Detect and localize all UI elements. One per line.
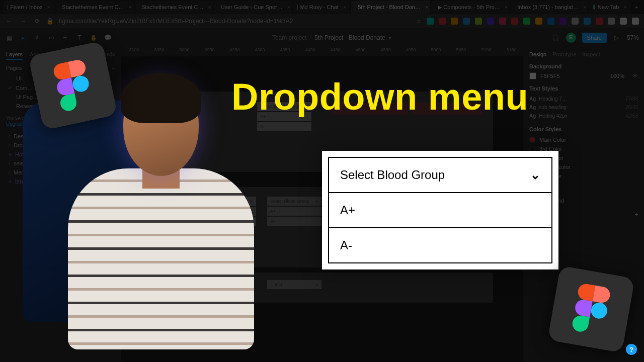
close-icon[interactable]: ×	[343, 4, 346, 10]
text-style-item[interactable]: Agsub heading26/40	[529, 103, 638, 112]
mini-dropdown-district[interactable]: …trict∨	[267, 280, 322, 290]
reload-icon[interactable]: ⟳	[33, 17, 41, 25]
color-style-item[interactable]: Main Color	[529, 135, 638, 144]
frame-icon: ♯	[8, 170, 11, 175]
extension-icon[interactable]	[632, 18, 639, 25]
close-icon[interactable]: ×	[505, 4, 508, 10]
extension-icon[interactable]	[559, 18, 567, 25]
tab-design[interactable]: Design	[529, 51, 546, 57]
dropdown-option[interactable]: A-	[329, 228, 551, 262]
move-tool-icon[interactable]: ▸	[19, 34, 27, 42]
close-icon[interactable]: ×	[208, 4, 211, 10]
extension-icon[interactable]	[451, 18, 458, 25]
close-icon[interactable]: ×	[47, 4, 50, 10]
rect-tool-icon[interactable]: ▭	[47, 34, 55, 42]
tab-inspect[interactable]: Inspect	[582, 51, 600, 57]
text-tool-icon[interactable]: T	[75, 34, 84, 42]
dropdown-option[interactable]: A+	[329, 193, 551, 228]
browser-tab[interactable]: Fiverr / Inbox×	[3, 1, 54, 14]
extension-icon[interactable]	[523, 18, 530, 25]
hand-tool-icon[interactable]: ✋	[90, 34, 98, 42]
extension-icon[interactable]	[596, 18, 603, 25]
browser-tab[interactable]: Stachethemes Event C…×	[135, 1, 213, 14]
present-icon[interactable]: ▷	[613, 34, 621, 42]
file-name[interactable]: 5th Project - Blood Donate	[314, 34, 385, 41]
extension-icon[interactable]	[463, 18, 470, 25]
chevron-down-icon: ⌄	[530, 168, 540, 182]
section-background: Background	[529, 63, 638, 69]
close-icon[interactable]: ×	[583, 4, 586, 10]
help-button[interactable]: ?	[626, 344, 637, 355]
browser-tab[interactable]: ▶ Componets - 5th Pro…×	[431, 1, 510, 14]
close-icon[interactable]: ×	[287, 4, 290, 10]
bg-hex[interactable]: F5F5F5	[540, 73, 560, 79]
browser-tab[interactable]: 5th Project - Blood Don…×	[351, 1, 430, 14]
frame-icon: ♯	[8, 134, 11, 139]
browser-tab[interactable]: User Guide ‹ Cue Spor…×	[214, 1, 292, 14]
extension-icon[interactable]	[439, 18, 446, 25]
close-icon[interactable]: ×	[623, 4, 626, 10]
star-icon[interactable]: ☆	[416, 18, 422, 25]
text-style-item[interactable]: AgHeding 42px42/53	[529, 112, 638, 120]
forward-icon[interactable]: →	[19, 17, 27, 25]
url-text[interactable]: figma.com/file/YekRgUwVZin2IBFx1rMGEl/5t…	[59, 18, 293, 25]
extension-icon[interactable]	[535, 18, 542, 25]
close-icon[interactable]: ×	[425, 4, 428, 10]
extension-icon[interactable]	[584, 18, 591, 25]
mini-dropdown-item[interactable]: A-	[267, 216, 322, 226]
bg-swatch[interactable]	[529, 72, 536, 79]
new-tab-button[interactable]: +	[632, 2, 641, 12]
dropdown-option-label: A-	[340, 238, 352, 252]
browser-tab[interactable]: Inbox (3,771) - banglat…×	[511, 1, 588, 14]
close-icon[interactable]: ×	[129, 4, 132, 10]
extension-icon[interactable]	[427, 18, 434, 25]
mini-dropdown-header[interactable]: Select Blood Group∨	[267, 196, 322, 206]
avatar[interactable]: E	[566, 33, 576, 43]
text-style-item[interactable]: AgHeading 7…77/88	[529, 95, 638, 103]
figma-logo-badge	[28, 41, 118, 130]
ruler: -3100-3050-3000-2950-4250-4300-4350-4400…	[121, 47, 523, 56]
mini-dropdown-item[interactable]: A-	[257, 122, 312, 132]
extension-icon[interactable]	[475, 18, 482, 25]
frame-icon: ♯	[8, 143, 11, 148]
extension-icon[interactable]	[487, 18, 494, 25]
comment-tool-icon[interactable]: 💬	[104, 34, 112, 42]
component-icon: ✦	[8, 179, 12, 185]
section-color-styles: Color Styles	[529, 126, 638, 132]
dropdown-option-label: A+	[340, 203, 355, 217]
figma-menu-icon[interactable]: ▦	[5, 34, 13, 42]
team-name[interactable]: Team project	[272, 34, 307, 41]
dropdown-header[interactable]: Select Blood Group ⌄	[329, 158, 551, 193]
extension-icon[interactable]	[511, 18, 518, 25]
browser-tab-strip: Fiverr / Inbox×Stachethemes Event C…×Sta…	[0, 0, 644, 14]
browser-address-bar: ← → ⟳ 🔒 figma.com/file/YekRgUwVZin2IBFx1…	[0, 14, 644, 28]
browser-tab[interactable]: New Tab×	[589, 1, 630, 14]
mini-dropdown-item[interactable]: A+	[267, 206, 322, 216]
headphones-icon[interactable]: 🎧	[552, 34, 560, 42]
dropdown-header-label: Select Blood Group	[340, 168, 445, 182]
extension-icon[interactable]	[572, 18, 579, 25]
tab-prototype[interactable]: Prototype	[552, 51, 576, 57]
browser-tab[interactable]: Stachethemes Event C…×	[55, 1, 134, 14]
figma-logo-badge	[547, 265, 635, 353]
dropdown-demo-card: Select Blood Group ⌄ A+ A-	[322, 151, 558, 269]
bg-opacity[interactable]: 100%	[610, 73, 624, 79]
add-export-button[interactable]: +	[635, 211, 638, 217]
section-text-styles: Text Styles	[529, 85, 638, 92]
tab-layers[interactable]: Layers	[6, 51, 23, 60]
thumbnail-title: Dropdown menu	[231, 75, 528, 118]
share-button[interactable]: Share	[582, 33, 607, 43]
extension-icon[interactable]	[499, 18, 506, 25]
zoom-level[interactable]: 57%	[627, 34, 639, 41]
extension-icon[interactable]	[620, 18, 627, 25]
frame-tool-icon[interactable]: ♯	[33, 34, 41, 42]
component-icon: ✦	[8, 152, 12, 157]
frame-icon: ♯	[8, 161, 11, 166]
pen-tool-icon[interactable]: ✒	[61, 34, 69, 42]
eye-icon[interactable]: 👁	[632, 73, 638, 79]
extension-icon[interactable]	[547, 18, 554, 25]
browser-tab[interactable]: Md Rosy - Chat×	[293, 1, 350, 14]
back-icon[interactable]: ←	[5, 17, 13, 25]
chevron-down-icon[interactable]: ▾	[388, 34, 391, 41]
extension-icon[interactable]	[608, 18, 615, 25]
